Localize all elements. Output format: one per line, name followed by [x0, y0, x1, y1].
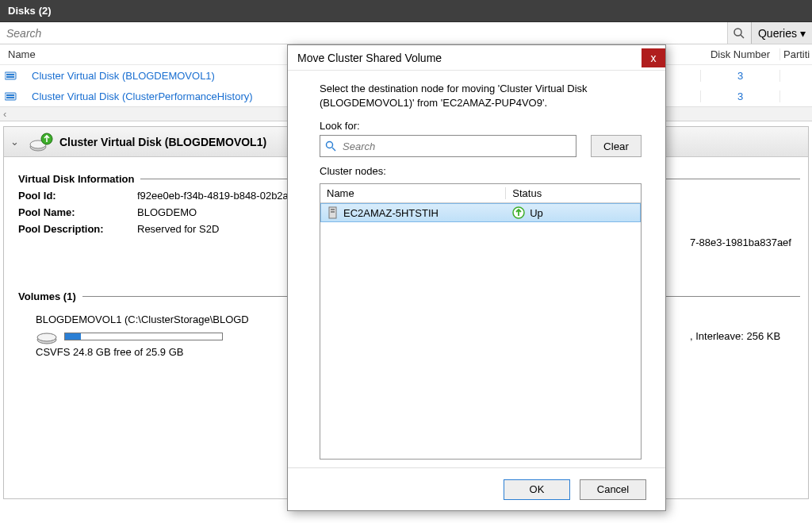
lookfor-label: Look for: — [320, 120, 642, 132]
node-name: EC2AMAZ-5HTSTIH — [343, 207, 439, 219]
details-title: Cluster Virtual Disk (BLOGDEMOVOL1) — [59, 136, 266, 148]
svg-rect-17 — [331, 211, 335, 213]
svg-line-14 — [332, 148, 335, 151]
queries-dropdown[interactable]: Queries ▾ — [751, 22, 812, 44]
move-csv-dialog: Move Cluster Shared Volume x Select the … — [287, 44, 666, 511]
drive-icon — [36, 329, 59, 344]
svg-rect-4 — [6, 76, 14, 78]
search-row: Queries ▾ — [0, 22, 812, 44]
overflow-pool-id: 7-88e3-1981ba837aef — [690, 237, 791, 248]
title-text: Disks — [8, 5, 36, 17]
close-icon: x — [651, 52, 657, 64]
svg-rect-3 — [6, 74, 14, 75]
nodes-header: Name Status — [320, 184, 641, 203]
disk-row-name: Cluster Virtual Disk (ClusterPerformance… — [24, 90, 301, 102]
svg-rect-5 — [5, 93, 16, 100]
virtual-disk-icon — [29, 131, 53, 153]
ok-button[interactable]: OK — [504, 479, 570, 500]
svg-point-13 — [327, 142, 333, 148]
nodes-col-name[interactable]: Name — [320, 187, 506, 199]
disk-row-disknum: 3 — [701, 70, 780, 82]
scroll-left-icon: ‹ — [3, 108, 6, 120]
cluster-nodes-label: Cluster nodes: — [320, 165, 642, 177]
node-status: Up — [530, 207, 543, 219]
node-row[interactable]: EC2AMAZ-5HTSTIH Up — [320, 203, 641, 222]
svg-rect-2 — [5, 72, 16, 79]
nodes-col-status[interactable]: Status — [506, 187, 641, 199]
disk-icon — [5, 90, 19, 102]
dialog-title-bar: Move Cluster Shared Volume x — [288, 45, 665, 71]
col-header-disk-number[interactable]: Disk Number — [701, 48, 780, 60]
cluster-nodes-list: Name Status EC2AMAZ-5HTSTIH Up — [320, 183, 642, 460]
search-icon — [733, 27, 745, 40]
svg-point-0 — [734, 29, 741, 36]
close-button[interactable]: x — [642, 48, 665, 67]
disk-icon — [5, 70, 19, 81]
lookfor-searchbox[interactable] — [320, 135, 576, 157]
svg-line-1 — [741, 35, 744, 38]
clear-button[interactable]: Clear — [591, 135, 642, 157]
svg-rect-6 — [6, 94, 14, 96]
svg-rect-7 — [6, 97, 14, 98]
disk-row-name: Cluster Virtual Disk (BLOGDEMOVOL1) — [24, 70, 301, 82]
svg-rect-16 — [331, 209, 335, 210]
search-icon-button[interactable] — [727, 22, 751, 44]
title-bar: Disks (2) — [0, 0, 812, 22]
lookfor-input[interactable] — [341, 140, 571, 153]
expand-collapse-icon[interactable]: ⌄ — [10, 136, 23, 148]
overflow-interleave: , Interleave: 256 KB — [690, 330, 780, 342]
queries-label: Queries — [758, 27, 797, 40]
title-count: (2) — [39, 5, 52, 17]
main-search-input[interactable] — [0, 22, 727, 44]
server-icon — [327, 206, 339, 219]
col-header-partition[interactable]: Partiti — [780, 48, 812, 60]
cancel-button[interactable]: Cancel — [580, 479, 646, 500]
volume-usage-bar — [64, 333, 223, 340]
dialog-title: Move Cluster Shared Volume — [297, 52, 442, 64]
chevron-down-icon: ▾ — [800, 27, 806, 40]
dialog-instruction: Select the destination node for moving '… — [320, 82, 642, 110]
status-up-icon — [512, 206, 525, 219]
disk-row-disknum: 3 — [701, 90, 780, 102]
col-header-name[interactable]: Name — [0, 48, 293, 60]
svg-point-12 — [37, 333, 56, 341]
search-icon — [325, 140, 336, 152]
dialog-buttons: OK Cancel — [288, 467, 665, 510]
